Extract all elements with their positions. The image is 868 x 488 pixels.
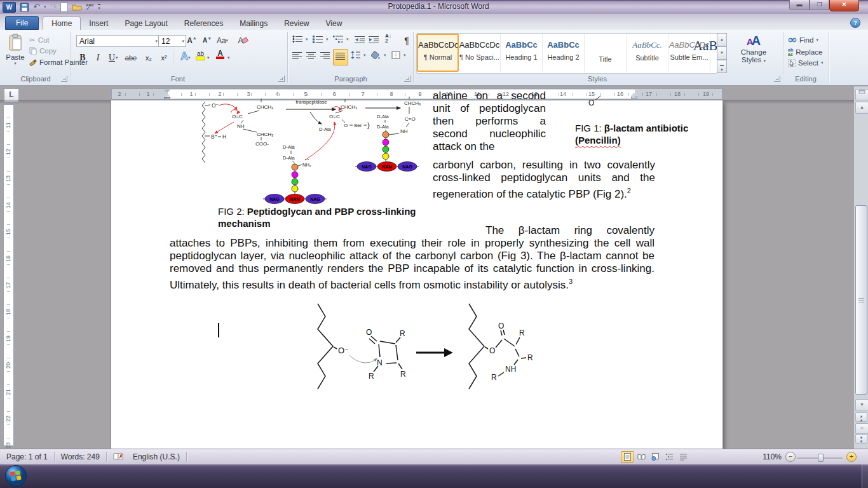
page-indicator[interactable]: Page: 1 of 1 bbox=[6, 452, 48, 461]
align-left-button[interactable] bbox=[292, 51, 302, 62]
word-count[interactable]: Words: 249 bbox=[61, 452, 100, 461]
undo-dropdown-icon[interactable]: ▾ bbox=[44, 4, 46, 10]
clear-formatting-button[interactable]: A bbox=[236, 34, 249, 46]
font-color-button[interactable]: A bbox=[216, 50, 224, 59]
draft-view-icon[interactable] bbox=[677, 451, 690, 463]
full-screen-reading-view-icon[interactable] bbox=[635, 451, 648, 463]
style-heading-2[interactable]: AaBbCcHeading 2 bbox=[543, 34, 585, 72]
style-normal[interactable]: AaBbCcDc¶ Normal bbox=[417, 34, 459, 72]
ruler-toggle-button[interactable] bbox=[855, 89, 868, 100]
show-desktop-button[interactable] bbox=[862, 464, 868, 488]
outline-view-icon[interactable] bbox=[663, 451, 676, 463]
styles-dialog-launcher-icon[interactable] bbox=[774, 76, 780, 82]
tab-mailings[interactable]: Mailings bbox=[231, 17, 276, 30]
bullets-button[interactable]: ▾ bbox=[292, 35, 308, 43]
vertical-ruler[interactable]: 11121314151617181920212223 bbox=[3, 104, 14, 446]
cut-button[interactable]: ✂Cut bbox=[29, 36, 50, 44]
print-layout-view-icon[interactable] bbox=[621, 451, 634, 463]
restore-button[interactable]: ❐ bbox=[810, 0, 829, 10]
grow-font-button[interactable]: A▲ bbox=[186, 34, 198, 46]
styles-scroll-up-icon[interactable]: ▲ bbox=[717, 33, 727, 46]
tab-review[interactable]: Review bbox=[276, 17, 317, 30]
font-color-dropdown-icon[interactable]: ▾ bbox=[227, 55, 230, 60]
styles-scroll-down-icon[interactable]: ▼ bbox=[717, 46, 727, 60]
zoom-out-icon[interactable]: − bbox=[785, 452, 796, 462]
ribbon-tabs: FileHomeInsertPage LayoutReferencesMaili… bbox=[5, 15, 350, 30]
style-heading-1[interactable]: AaBbCcHeading 1 bbox=[501, 34, 543, 72]
styles-more-icon[interactable]: ▬▼ bbox=[717, 60, 727, 73]
ruler-mark: 17 bbox=[646, 91, 652, 97]
scrollbar-thumb[interactable] bbox=[855, 205, 867, 395]
align-center-button[interactable] bbox=[306, 51, 316, 62]
style-preview: AaBbCcDc bbox=[459, 40, 500, 50]
replace-button[interactable]: abacReplace bbox=[788, 48, 822, 57]
scroll-down-icon[interactable]: ▼ bbox=[855, 399, 868, 411]
body-paragraph: The β-lactam ring covalently attaches to… bbox=[170, 224, 654, 292]
strikethrough-button[interactable]: abe bbox=[125, 51, 137, 64]
numbering-button[interactable]: ▾ bbox=[313, 35, 329, 43]
multilevel-list-button[interactable]: ▾ bbox=[333, 35, 349, 43]
highlight-button[interactable]: ab bbox=[196, 51, 205, 60]
undo-icon[interactable]: ↶ bbox=[33, 2, 40, 12]
zoom-level[interactable]: 110% bbox=[763, 452, 782, 461]
subscript-button[interactable]: x₂ bbox=[142, 51, 155, 64]
web-layout-view-icon[interactable] bbox=[649, 451, 662, 463]
justify-button[interactable] bbox=[333, 49, 348, 65]
open-folder-icon[interactable] bbox=[72, 3, 82, 11]
help-icon[interactable]: ? bbox=[850, 18, 860, 28]
sort-button[interactable]: A↓Z bbox=[385, 34, 391, 44]
select-browse-object-icon[interactable]: ○ bbox=[855, 423, 868, 434]
qat-more-icon[interactable]: ▾ bbox=[98, 4, 100, 11]
change-styles-button[interactable]: AA ChangeStyles ▾ bbox=[731, 34, 776, 64]
style-subtle-em[interactable]: AaBbCcDcSubtle Em... bbox=[668, 34, 710, 72]
proofing-errors-icon[interactable]: ✗ bbox=[113, 452, 124, 461]
paragraph-dialog-launcher-icon[interactable] bbox=[404, 76, 410, 82]
align-right-button[interactable] bbox=[320, 51, 330, 62]
borders-button[interactable]: ▾ bbox=[391, 51, 406, 59]
zoom-slider-thumb[interactable] bbox=[818, 454, 824, 462]
select-button[interactable]: Select▾ bbox=[788, 59, 823, 67]
save-icon[interactable] bbox=[20, 3, 29, 12]
tab-references[interactable]: References bbox=[176, 17, 231, 30]
decrease-indent-button[interactable] bbox=[355, 35, 365, 46]
style-no-spaci[interactable]: AaBbCcDc¶ No Spaci... bbox=[459, 34, 501, 72]
find-button[interactable]: Find▾ bbox=[788, 36, 818, 44]
word-window-icon[interactable]: W bbox=[3, 2, 16, 13]
superscript-button[interactable]: x² bbox=[158, 51, 170, 64]
underline-dropdown-icon[interactable]: ▾ bbox=[116, 55, 118, 60]
previous-page-icon[interactable]: ▲▲ bbox=[855, 412, 867, 422]
tab-insert[interactable]: Insert bbox=[81, 17, 116, 30]
tab-page-layout[interactable]: Page Layout bbox=[116, 17, 175, 30]
next-page-icon[interactable]: ▼▼ bbox=[855, 434, 867, 444]
language-indicator[interactable]: English (U.S.) bbox=[133, 452, 180, 461]
copy-button[interactable]: Copy bbox=[29, 47, 57, 55]
paste-button[interactable]: Paste ▾ bbox=[4, 34, 27, 66]
shrink-font-button[interactable]: A▼ bbox=[201, 34, 214, 46]
clipboard-dialog-launcher-icon[interactable] bbox=[61, 76, 67, 82]
tab-view[interactable]: View bbox=[318, 17, 351, 30]
zoom-in-icon[interactable]: + bbox=[846, 452, 857, 462]
minimize-button[interactable]: ▬ bbox=[789, 0, 810, 10]
bold-button[interactable]: B bbox=[76, 51, 89, 64]
highlight-dropdown-icon[interactable]: ▾ bbox=[207, 55, 210, 60]
tab-home[interactable]: Home bbox=[43, 17, 81, 30]
font-dialog-launcher-icon[interactable] bbox=[278, 76, 285, 82]
show-hide-pilcrow-button[interactable]: ¶ bbox=[400, 34, 413, 46]
line-spacing-button[interactable]: ▾ bbox=[351, 51, 366, 59]
text-cursor bbox=[218, 323, 219, 337]
style-title[interactable]: AaBTitle bbox=[585, 34, 627, 72]
scroll-up-icon[interactable]: ▲ bbox=[855, 102, 868, 114]
close-button[interactable]: ✕ bbox=[829, 0, 859, 11]
start-button[interactable] bbox=[4, 464, 27, 487]
change-case-button[interactable]: Aa▾ bbox=[216, 34, 229, 46]
font-name-combo[interactable]: Arial▾ bbox=[76, 35, 159, 47]
new-document-icon[interactable] bbox=[60, 3, 68, 12]
increase-indent-button[interactable] bbox=[369, 35, 379, 46]
style-subtitle[interactable]: AaBbCc.Subtitle bbox=[627, 34, 668, 72]
shading-button[interactable]: ▾ bbox=[371, 51, 386, 59]
font-size-combo[interactable]: 12▾ bbox=[158, 35, 186, 47]
tab-file[interactable]: File bbox=[5, 16, 39, 30]
text-effects-dropdown-icon[interactable]: ▾ bbox=[188, 55, 191, 60]
italic-button[interactable]: I bbox=[92, 51, 104, 64]
spelling-icon[interactable]: ABC✓ bbox=[86, 3, 94, 11]
